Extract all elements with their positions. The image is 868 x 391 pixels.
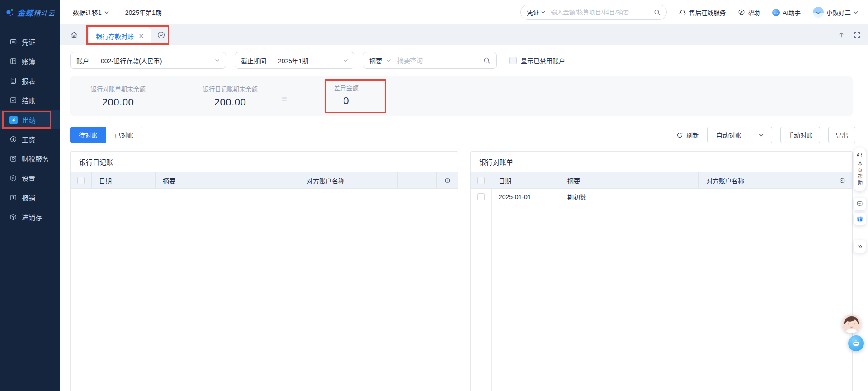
fullscreen-icon[interactable] <box>854 31 861 38</box>
ai-assistant[interactable]: AI助手 <box>772 8 801 17</box>
refresh-label: 刷新 <box>686 130 699 139</box>
scroll-top-icon[interactable] <box>838 31 845 38</box>
user-name: 小饭好二 <box>826 8 851 17</box>
chevron-down-icon[interactable] <box>386 59 391 62</box>
sidebar-item-reimbursement[interactable]: 报销 <box>0 188 60 207</box>
column-header-blank <box>398 172 437 188</box>
export-button[interactable]: 导出 <box>828 127 855 143</box>
auto-reconcile-button[interactable]: 自动对账 <box>707 127 750 143</box>
journal-balance-group: 银行日记账期末余额 200.00 <box>198 84 262 108</box>
table-row[interactable]: 2025-01-01 期初数 <box>471 189 852 205</box>
reconcile-panels: 银行日记账 日期 摘要 对方账户名称 银行对账单 日期 摘要 对方账户 <box>70 151 868 391</box>
search-icon[interactable] <box>654 9 660 16</box>
sidebar-item-voucher[interactable]: 凭证 <box>0 32 60 52</box>
cell-summary: 期初数 <box>560 192 699 201</box>
equals-operator: = <box>282 94 287 105</box>
summary-filter-label[interactable]: 摘要 <box>369 56 382 65</box>
select-all-checkbox[interactable] <box>77 177 85 184</box>
sidebar: 金蝶精斗云 凭证 账簿 报表 结账 出纳 工资 <box>0 0 60 391</box>
tab-bank-reconciliation[interactable]: 银行存款对账 <box>89 27 151 45</box>
refresh-icon <box>676 132 683 138</box>
column-header-counterparty[interactable]: 对方账户名称 <box>699 172 800 188</box>
search-input[interactable] <box>551 9 654 16</box>
refresh-button[interactable]: 刷新 <box>676 130 699 139</box>
assistant-avatar-image <box>842 315 861 333</box>
sidebar-item-tax-service[interactable]: 财税服务 <box>0 149 60 168</box>
tax-service-icon <box>9 155 17 162</box>
toolbar-actions: 刷新 自动对账 手动对账 导出 <box>676 127 855 143</box>
column-header-date[interactable]: 日期 <box>491 172 560 188</box>
column-settings-gear-icon[interactable] <box>444 177 451 184</box>
statement-table-body: 2025-01-01 期初数 <box>471 189 852 391</box>
difference-value: 0 <box>343 95 349 107</box>
after-sales-service[interactable]: 售后在线服务 <box>679 8 726 17</box>
reconcile-toolbar: 待对账 已对账 刷新 自动对账 手动对账 导出 <box>70 127 855 143</box>
sidebar-nav: 凭证 账簿 报表 结账 出纳 工资 财税服务 <box>0 24 60 227</box>
home-tab-button[interactable] <box>70 31 78 39</box>
period-filter[interactable]: 截止期间 2025年1期 <box>235 52 354 69</box>
sidebar-item-ledger[interactable]: 账簿 <box>0 52 60 71</box>
column-divider <box>491 189 492 391</box>
tab-done-reconcile[interactable]: 已对账 <box>106 127 142 143</box>
minus-operator: — <box>170 94 179 105</box>
help-label: 帮助 <box>748 8 760 17</box>
fiscal-period: 2025年第1期 <box>125 8 162 17</box>
sidebar-item-inventory[interactable]: 进销存 <box>0 207 60 227</box>
row-checkbox[interactable] <box>477 193 485 200</box>
tab-label: 银行存款对账 <box>96 32 134 41</box>
open-tabs-group: 银行存款对账 <box>89 24 165 45</box>
account-filter[interactable]: 账户 002-银行存款(人民币) <box>70 52 226 69</box>
assistant-avatar[interactable] <box>842 315 861 333</box>
help-menu[interactable]: 帮助 <box>738 8 760 17</box>
company-switcher[interactable]: 数据迁移1 <box>73 8 109 17</box>
column-settings-gear-icon[interactable] <box>839 177 846 184</box>
chat-robot-button[interactable] <box>848 335 864 351</box>
chevron-down-icon <box>759 133 764 137</box>
report-icon <box>9 77 17 85</box>
statement-panel: 银行对账单 日期 摘要 对方账户名称 2025-01-01 期初数 <box>470 151 853 391</box>
statement-table-header: 日期 摘要 对方账户名称 <box>471 172 852 189</box>
tab-close-icon[interactable] <box>139 33 144 38</box>
sidebar-item-label: 账簿 <box>22 57 35 66</box>
sidebar-item-label: 结账 <box>22 95 35 105</box>
column-header-date[interactable]: 日期 <box>92 172 156 188</box>
search-icon[interactable] <box>483 57 491 64</box>
manual-reconcile-button[interactable]: 手动对账 <box>780 127 820 143</box>
sidebar-item-cashier[interactable]: 出纳 <box>0 110 60 129</box>
tab-list-dropdown[interactable] <box>157 31 165 39</box>
show-disabled-accounts[interactable]: 显示已禁用账户 <box>509 56 565 65</box>
collapse-helper-widget[interactable] <box>854 240 866 253</box>
reimbursement-icon <box>9 194 17 201</box>
statement-balance-label: 银行对账单期末余额 <box>90 84 146 93</box>
journal-balance-value: 200.00 <box>214 96 246 108</box>
column-header-summary[interactable]: 摘要 <box>560 172 699 188</box>
feedback-chat-widget[interactable] <box>854 198 866 210</box>
page-help-widget[interactable]: 本页帮助 <box>854 147 866 191</box>
sidebar-item-salary[interactable]: 工资 <box>0 129 60 149</box>
sidebar-item-label: 工资 <box>22 134 35 144</box>
voucher-icon <box>9 38 17 46</box>
tab-pending-reconcile[interactable]: 待对账 <box>70 127 106 143</box>
auto-reconcile-dropdown[interactable] <box>750 127 772 143</box>
tabbar-right-tools <box>838 31 861 38</box>
auto-reconcile-split: 自动对账 <box>707 127 772 143</box>
ai-assistant-icon <box>772 9 780 16</box>
summary-search-input[interactable] <box>397 57 483 64</box>
sidebar-item-label: 凭证 <box>22 37 35 47</box>
select-all-checkbox[interactable] <box>477 177 485 184</box>
column-header-counterparty[interactable]: 对方账户名称 <box>299 172 398 188</box>
column-divider <box>92 189 92 391</box>
circle-chevron-down-icon <box>157 31 165 39</box>
show-disabled-checkbox[interactable] <box>509 57 517 64</box>
sidebar-item-closing[interactable]: 结账 <box>0 91 60 110</box>
user-menu[interactable]: 小饭好二 <box>813 7 858 18</box>
search-category-dropdown[interactable]: 凭证 <box>527 8 545 17</box>
difference-label: 差异金额 <box>334 83 359 92</box>
cell-date: 2025-01-01 <box>491 193 560 200</box>
sidebar-item-settings[interactable]: 设置 <box>0 168 60 188</box>
period-filter-label: 截止期间 <box>241 56 266 65</box>
sidebar-item-reports[interactable]: 报表 <box>0 71 60 91</box>
promotion-widget[interactable] <box>854 213 866 225</box>
chat-bubble-icon <box>856 200 863 207</box>
column-header-summary[interactable]: 摘要 <box>156 172 299 188</box>
